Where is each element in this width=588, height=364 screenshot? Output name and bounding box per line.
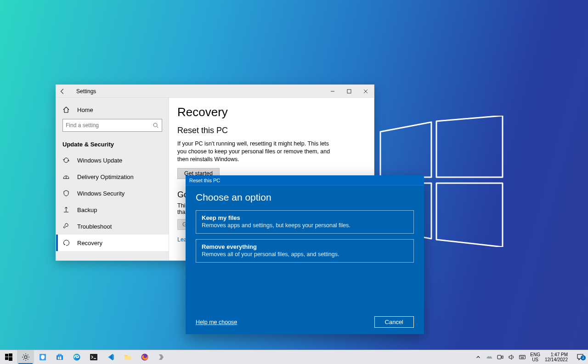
optimization-icon <box>62 173 70 180</box>
svg-rect-10 <box>60 357 62 358</box>
reset-option-keep-files[interactable]: Keep my files Removes apps and settings,… <box>196 210 414 234</box>
sidebar-item-backup[interactable]: Backup <box>56 202 169 218</box>
svg-point-1 <box>153 123 157 127</box>
reset-option-title: Remove everything <box>202 243 408 250</box>
cancel-button[interactable]: Cancel <box>374 316 414 328</box>
svg-rect-0 <box>347 90 351 93</box>
reset-dialog-heading: Choose an option <box>196 192 414 203</box>
svg-rect-4 <box>5 357 8 360</box>
svg-point-6 <box>24 356 27 358</box>
taskbar: ENG US 1:47 PM 12/14/2022 2 <box>0 350 588 364</box>
tray-date: 12/14/2022 <box>545 357 568 362</box>
sidebar-item-label: Troubleshoot <box>77 223 112 230</box>
reset-dialog-title: Reset this PC <box>189 178 220 183</box>
taskbar-generic-app[interactable] <box>153 350 170 364</box>
maximize-button[interactable] <box>341 85 357 98</box>
window-title: Settings <box>76 88 96 95</box>
close-button[interactable] <box>357 85 374 98</box>
svg-rect-22 <box>523 356 524 356</box>
svg-rect-9 <box>58 357 59 358</box>
svg-rect-3 <box>9 353 12 357</box>
reset-option-remove-everything[interactable]: Remove everything Removes all of your pe… <box>196 239 414 263</box>
action-center-badge: 2 <box>581 355 586 360</box>
wrench-icon <box>62 223 70 230</box>
tray-keyboard-icon[interactable] <box>519 354 526 360</box>
tray-meet-now-icon[interactable] <box>497 354 503 360</box>
reset-section-heading: Reset this PC <box>177 126 366 135</box>
svg-rect-5 <box>9 357 12 361</box>
tray-lang-bottom: US <box>532 357 538 362</box>
settings-sidebar: Home Update & Security Windows Update <box>56 98 169 260</box>
shield-icon <box>62 190 70 197</box>
tray-action-center[interactable]: 2 <box>574 353 586 361</box>
tray-clock[interactable]: 1:47 PM 12/14/2022 <box>545 352 568 362</box>
search-input-wrapper[interactable] <box>62 119 162 132</box>
taskbar-security[interactable] <box>34 350 51 364</box>
reset-option-title: Keep my files <box>202 214 408 221</box>
help-me-choose-link[interactable]: Help me choose <box>196 319 237 325</box>
sidebar-item-recovery[interactable]: Recovery <box>56 235 169 251</box>
sidebar-section-header: Update & Security <box>56 136 169 152</box>
system-tray: ENG US 1:47 PM 12/14/2022 2 <box>473 350 588 364</box>
backup-icon <box>62 206 70 213</box>
svg-rect-23 <box>524 356 525 356</box>
svg-rect-15 <box>124 356 131 360</box>
sync-icon <box>62 157 70 164</box>
reset-option-desc: Removes apps and settings, but keeps you… <box>202 222 408 229</box>
svg-rect-17 <box>498 355 501 359</box>
svg-rect-24 <box>521 358 524 358</box>
reset-pc-dialog: Reset this PC Choose an option Keep my f… <box>186 175 424 334</box>
taskbar-vscode[interactable] <box>102 350 119 364</box>
taskbar-store[interactable] <box>51 350 68 364</box>
taskbar-explorer[interactable] <box>119 350 136 364</box>
settings-titlebar[interactable]: Settings <box>56 85 374 98</box>
window-controls <box>324 85 374 98</box>
taskbar-settings[interactable] <box>17 350 34 364</box>
tray-onedrive-icon[interactable] <box>486 354 492 360</box>
search-input[interactable] <box>66 122 153 129</box>
sidebar-home-label: Home <box>77 106 93 113</box>
taskbar-edge[interactable] <box>68 350 85 364</box>
svg-rect-14 <box>90 354 97 360</box>
svg-rect-12 <box>60 358 62 359</box>
svg-rect-11 <box>58 358 59 359</box>
reset-section-description: If your PC isn't running well, resetting… <box>177 140 338 163</box>
tray-volume-icon[interactable] <box>508 354 514 360</box>
sidebar-item-label: Delivery Optimization <box>77 174 134 180</box>
minimize-button[interactable] <box>324 85 341 98</box>
tray-chevron-up-icon[interactable] <box>475 354 481 360</box>
svg-rect-2 <box>5 354 8 357</box>
sidebar-item-windows-update[interactable]: Windows Update <box>56 152 169 168</box>
sidebar-item-label: Windows Security <box>77 190 124 197</box>
sidebar-item-label: Backup <box>77 207 97 213</box>
svg-rect-21 <box>522 356 522 356</box>
tray-language[interactable]: ENG US <box>530 352 540 362</box>
tray-lang-top: ENG <box>530 352 540 357</box>
svg-rect-18 <box>520 355 526 359</box>
page-title: Recovery <box>177 105 366 119</box>
taskbar-firefox[interactable] <box>136 350 153 364</box>
sidebar-item-troubleshoot[interactable]: Troubleshoot <box>56 218 169 235</box>
search-icon <box>153 122 159 129</box>
sidebar-item-label: Windows Update <box>77 157 122 164</box>
svg-rect-19 <box>520 356 520 356</box>
sidebar-home[interactable]: Home <box>56 102 169 117</box>
reset-option-desc: Removes all of your personal files, apps… <box>202 251 408 258</box>
sidebar-item-label: Recovery <box>77 240 102 246</box>
sidebar-item-windows-security[interactable]: Windows Security <box>56 185 169 202</box>
taskbar-terminal[interactable] <box>85 350 102 364</box>
start-button[interactable] <box>0 350 17 364</box>
svg-rect-20 <box>521 356 521 356</box>
reset-dialog-titlebar[interactable]: Reset this PC <box>186 175 424 185</box>
tray-time: 1:47 PM <box>551 352 568 357</box>
back-button[interactable] <box>56 85 69 98</box>
sidebar-item-delivery-optimization[interactable]: Delivery Optimization <box>56 168 169 185</box>
home-icon <box>62 106 70 113</box>
recovery-icon <box>62 239 70 246</box>
